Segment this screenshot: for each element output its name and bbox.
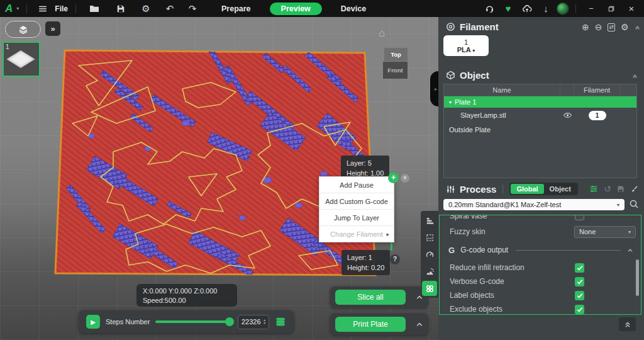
mode-global[interactable]: Global xyxy=(511,184,543,194)
reset-params-icon[interactable]: ↺ xyxy=(604,184,611,193)
divider xyxy=(75,4,76,13)
favorites-heart-icon[interactable]: ♥ xyxy=(500,2,516,16)
help-icon[interactable]: ? xyxy=(390,254,400,264)
save-icon[interactable] xyxy=(113,2,129,16)
redo-icon[interactable]: ↷ xyxy=(184,2,201,16)
divider xyxy=(575,4,576,13)
reduce-infill-retraction-label: Reduce infill retraction xyxy=(450,263,525,272)
steps-number-input[interactable] xyxy=(238,318,263,326)
filament-slot-type[interactable]: PLA ▾ xyxy=(457,46,475,54)
position-speed: Speed:500.00 xyxy=(143,296,231,305)
swap-filament-icon[interactable]: ⇄ xyxy=(608,23,615,31)
filament-type-label: PLA xyxy=(457,46,471,54)
plate-thumbnail[interactable]: 1 xyxy=(3,42,40,77)
menu-item-add-custom-gcode[interactable]: Add Custom G-code xyxy=(319,193,394,210)
process-preset-dropdown[interactable]: 0.20mm Standard@K1 Max-Zelf-test ▾ xyxy=(443,199,625,210)
mode-object[interactable]: Object xyxy=(544,184,577,194)
search-params-icon[interactable] xyxy=(629,199,639,209)
outside-plate-label: Outside Plate xyxy=(449,126,491,133)
divider xyxy=(502,184,503,193)
save-preset-icon[interactable] xyxy=(617,185,625,193)
settings-scrollbar[interactable] xyxy=(636,259,639,296)
line-type-button[interactable] xyxy=(422,230,437,245)
sliced-model-plate[interactable] xyxy=(53,48,377,280)
undo-icon[interactable]: ↶ xyxy=(162,2,178,16)
customize-brush-icon[interactable] xyxy=(630,185,638,193)
close-layer-menu-button[interactable]: × xyxy=(401,174,409,183)
filament-spool-icon xyxy=(446,22,455,31)
download-icon[interactable]: ↓ xyxy=(538,2,554,16)
viewcube-front[interactable]: Front xyxy=(383,62,408,79)
tab-device[interactable]: Device xyxy=(333,3,374,15)
steps-bar: ▶ Steps Number ▴▾ xyxy=(79,310,294,333)
filament-slot-card[interactable]: 1 PLA ▾ xyxy=(443,35,489,56)
window-restore-button[interactable] xyxy=(602,2,620,16)
panel-bottom-collapse-button[interactable] xyxy=(619,317,636,331)
section-collapse-chevron-icon[interactable] xyxy=(627,247,633,253)
process-actions: ↺ xyxy=(589,184,638,193)
steps-number-stepper[interactable]: ▴▾ xyxy=(238,315,269,329)
expand-plate-list-button[interactable]: » xyxy=(45,21,60,36)
preview-viewport[interactable]: » 1 ⌂ Top Front ▸ + × ? Layer: 5 Height:… xyxy=(0,17,438,340)
layers-view-button[interactable] xyxy=(5,21,41,38)
column-filament: Filament xyxy=(574,84,620,96)
menu-hamburger-icon[interactable] xyxy=(35,2,51,16)
logo-chevron-icon[interactable]: ▾ xyxy=(16,6,19,11)
tab-preview[interactable]: Preview xyxy=(270,3,322,15)
reduce-infill-retraction-checkbox[interactable] xyxy=(575,263,584,273)
process-settings-scroll[interactable]: Spiral vase Fuzzy skin None ▾ G G-code o… xyxy=(439,215,641,315)
play-button[interactable]: ▶ xyxy=(86,315,100,329)
spiral-vase-checkbox[interactable] xyxy=(575,215,584,220)
table-row-plate[interactable]: ▾ Plate 1 xyxy=(444,96,636,108)
support-headset-icon[interactable] xyxy=(481,2,497,16)
filament-collapse-icon[interactable] xyxy=(635,25,640,30)
remove-filament-icon[interactable]: ⊖ xyxy=(595,23,602,31)
column-visibility xyxy=(560,84,574,96)
multi-view-button[interactable] xyxy=(422,281,437,296)
menu-item-add-pause[interactable]: Add Pause xyxy=(319,177,394,193)
steps-slider-thumb[interactable] xyxy=(225,317,234,326)
filament-settings-gear-icon[interactable]: ⚙ xyxy=(621,23,629,31)
object-collapse-icon[interactable] xyxy=(632,73,638,79)
filament-actions: ⊕ ⊖ ⇄ ⚙ xyxy=(582,23,640,31)
steps-slider[interactable] xyxy=(155,320,232,323)
table-row-outside-plate[interactable]: Outside Plate xyxy=(444,123,636,137)
layer-histogram-button[interactable] xyxy=(422,213,437,228)
layer-stack-icon[interactable] xyxy=(275,316,286,327)
panel-collapse-handle[interactable]: ▸ xyxy=(430,71,438,106)
speed-view-button[interactable] xyxy=(422,247,437,262)
stepper-arrows[interactable]: ▴▾ xyxy=(263,319,265,325)
expand-caret-icon[interactable]: ▾ xyxy=(449,99,452,105)
tune-params-icon[interactable] xyxy=(589,184,598,193)
print-plate-button[interactable]: Print Plate xyxy=(335,317,406,332)
model-filament-badge[interactable]: 1 xyxy=(589,111,606,120)
add-filament-icon[interactable]: ⊕ xyxy=(582,23,589,31)
print-options-chevron-icon[interactable] xyxy=(416,321,423,327)
viewcube-top[interactable]: Top xyxy=(384,48,408,61)
tab-prepare[interactable]: Prepare xyxy=(214,3,258,15)
home-view-icon[interactable]: ⌂ xyxy=(379,27,385,40)
verbose-gcode-checkbox[interactable] xyxy=(575,277,584,286)
add-layer-marker-button[interactable]: + xyxy=(388,173,399,183)
user-avatar[interactable] xyxy=(557,3,569,15)
slice-all-button[interactable]: Slice all xyxy=(335,290,406,305)
gcode-output-section-header[interactable]: G G-code output xyxy=(440,243,641,257)
workflow-tabs: Prepare Preview Device xyxy=(214,0,374,17)
table-row-model[interactable]: SlayerLamp.stl 1 xyxy=(444,108,636,123)
fuzzy-skin-dropdown[interactable]: None ▾ xyxy=(574,226,636,238)
menu-item-jump-to-layer[interactable]: Jump To Layer xyxy=(319,210,394,226)
label-objects-checkbox[interactable] xyxy=(575,291,584,300)
open-file-icon[interactable] xyxy=(86,2,103,16)
cloud-upload-icon[interactable] xyxy=(519,2,535,16)
divider xyxy=(26,4,27,13)
object-cube-icon xyxy=(446,71,455,80)
window-close-button[interactable]: × xyxy=(623,2,640,16)
settings-gear-icon[interactable]: ⚙ xyxy=(138,2,154,16)
app-logo[interactable]: A xyxy=(5,3,13,14)
gcode-g-icon: G xyxy=(448,246,455,255)
visibility-eye-icon[interactable] xyxy=(563,111,572,119)
file-menu[interactable]: File xyxy=(55,4,68,13)
window-minimize-button[interactable]: − xyxy=(582,2,600,16)
exclude-objects-checkbox[interactable] xyxy=(575,305,584,314)
flow-view-button[interactable] xyxy=(422,264,437,279)
